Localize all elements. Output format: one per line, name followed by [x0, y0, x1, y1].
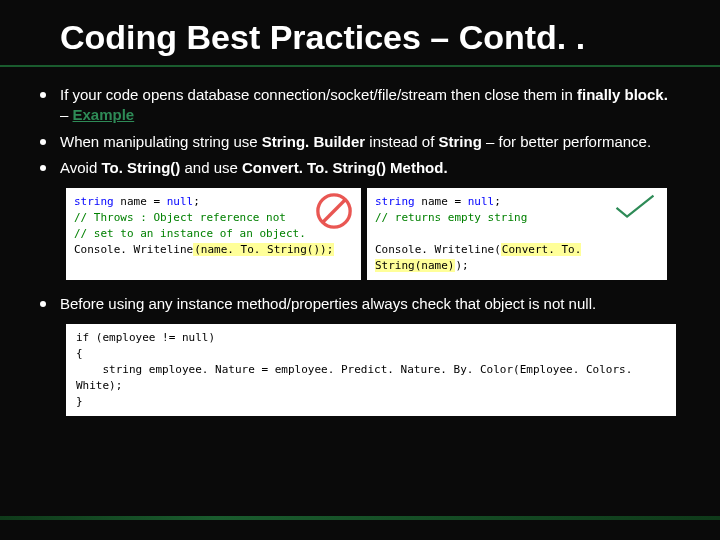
bullet-4-text: Before using any instance method/propert…	[60, 294, 596, 314]
page-title: Coding Best Practices – Contd. .	[0, 0, 720, 67]
highlighted-code: (name. To. String());	[193, 243, 334, 256]
svg-line-1	[324, 201, 345, 222]
decorative-stripe	[0, 516, 720, 520]
slide: Coding Best Practices – Contd. . If your…	[0, 0, 720, 540]
bullet-dot-icon	[40, 139, 46, 145]
bullet-dot-icon	[40, 165, 46, 171]
code-null-check: if (employee != null) { string employee.…	[66, 324, 676, 416]
bullet-3-text: Avoid To. String() and use Convert. To. …	[60, 158, 448, 178]
code-good-example: string name = null; // returns empty str…	[367, 188, 667, 280]
no-entry-icon	[315, 192, 353, 230]
code-bad-example: string name = null; // Throws : Object r…	[66, 188, 361, 280]
code-comment: // Throws : Object reference not	[74, 210, 353, 226]
bullet-4: Before using any instance method/propert…	[40, 294, 680, 314]
code-comparison: string name = null; // Throws : Object r…	[66, 188, 680, 280]
content-area: If your code opens database connection/s…	[0, 67, 720, 416]
bullet-2-text: When manipulating string use String. Bui…	[60, 132, 651, 152]
check-icon	[613, 192, 657, 222]
bullet-1: If your code opens database connection/s…	[40, 85, 680, 126]
bullet-3: Avoid To. String() and use Convert. To. …	[40, 158, 680, 178]
example-link[interactable]: Example	[73, 106, 135, 123]
bullet-dot-icon	[40, 301, 46, 307]
bullet-1-text: If your code opens database connection/s…	[60, 85, 680, 126]
code-comment: // set to an instance of an object.	[74, 226, 353, 242]
bullet-2: When manipulating string use String. Bui…	[40, 132, 680, 152]
bullet-dot-icon	[40, 92, 46, 98]
